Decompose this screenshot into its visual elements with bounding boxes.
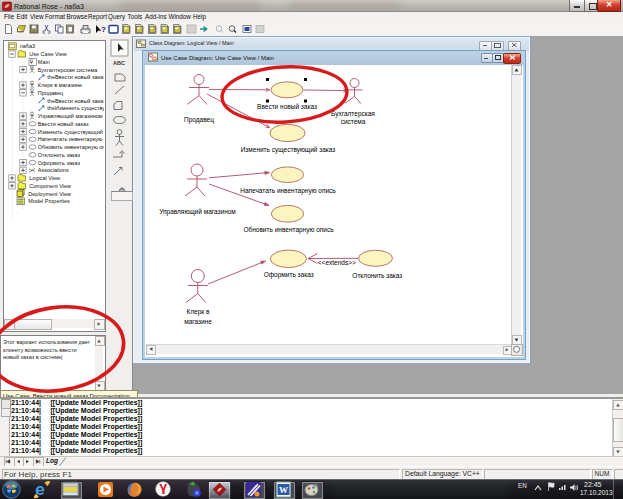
svg-text:Обновить инвентарную опись: Обновить инвентарную опись [243,226,334,234]
svg-text:лаба3: лаба3 [20,43,35,49]
svg-text:Клерк в: Клерк в [187,308,210,316]
svg-text:Ввести новый заказ: Ввести новый заказ [38,121,89,127]
svg-text:Оформить заказ: Оформить заказ [38,160,81,166]
svg-text:Напечатать инвентарную оп: Напечатать инвентарную оп [38,136,104,142]
svg-text:Продавец: Продавец [184,116,214,124]
svg-text:Бухгалтерская система: Бухгалтерская система [38,67,98,73]
svg-text:Model Properties: Model Properties [28,198,70,204]
svg-text:<<extends>>: <<extends>> [318,259,356,266]
svg-text:Logical View: Logical View [29,175,60,181]
svg-text:Use Case View: Use Case View [29,51,67,57]
svg-text:Обновить инвентарную опис: Обновить инвентарную опис [38,144,104,150]
svg-text:Клерк в магазине: Клерк в магазине [38,82,82,88]
svg-text:Изменить существующий заказ: Изменить существующий заказ [241,146,336,154]
svg-text:магазине: магазине [184,318,212,325]
svg-text:Продавец: Продавец [38,90,64,96]
svg-text:Component View: Component View [29,183,71,189]
svg-text:система: система [341,118,366,125]
svg-text:Оформить заказ: Оформить заказ [264,271,314,279]
svg-text:Управляющий магазином: Управляющий магазином [159,208,236,216]
svg-text:theИзменить существу: theИзменить существу [47,105,104,111]
svg-text:Ввести новый заказ: Ввести новый заказ [257,103,317,110]
svg-text:?: ? [101,25,106,34]
svg-text:Main: Main [38,59,50,65]
svg-text:Изменить существующий за: Изменить существующий за [38,129,104,135]
svg-text:theВвести новый заказ (: theВвести новый заказ ( [47,74,104,80]
svg-text:Associations: Associations [38,167,69,173]
svg-text:Напечатать инвентарную опись: Напечатать инвентарную опись [240,187,336,195]
svg-text:Управляющий магазином: Управляющий магазином [38,113,103,119]
svg-text:ABC: ABC [113,60,125,66]
svg-text:Deployment View: Deployment View [28,191,71,197]
svg-text:theВвести новый заказ (: theВвести новый заказ ( [47,98,104,104]
svg-text:Отклонить заказ: Отклонить заказ [38,152,81,158]
svg-text:Отклонить заказ: Отклонить заказ [352,272,402,279]
svg-text:W: W [279,485,288,495]
